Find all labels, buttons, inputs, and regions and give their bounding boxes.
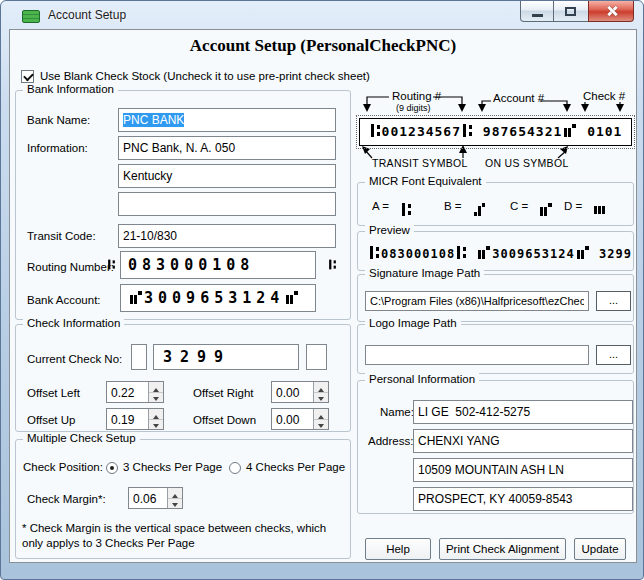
check-margin-value: 0.06 [133,492,156,506]
personal-information-group: Personal Information Name: Address: [357,380,634,514]
check-margin-note-line2: only applys to 3 Checks Per Page [22,537,195,549]
address-input-3[interactable] [413,487,633,511]
micr-line-diagram: Routing # (9 digits) Account # Check # 0… [355,88,637,178]
signature-browse-button[interactable]: ... [596,291,631,311]
offset-up-value: 0.19 [111,413,134,427]
maximize-button[interactable] [554,1,588,22]
name-input[interactable] [413,400,633,424]
multiple-check-setup-group: Multiple Check Setup Check Position: 3 C… [15,439,351,559]
bank-account-label: Bank Account: [27,294,101,306]
check-no-suffix-input[interactable] [306,344,327,370]
account-number-diagram-label: Account # [493,92,544,104]
logo-path-input[interactable] [365,345,589,365]
transit-symbol-caption: TRANSIT SYMBOL [372,157,468,169]
app-icon [22,10,40,23]
offset-left-spinner[interactable]: 0.22 [106,381,164,403]
offset-right-up-arrow[interactable] [314,382,328,393]
routing-number-label: Routing Number: [27,261,114,273]
bank-info-input-2[interactable] [118,164,336,188]
check-margin-label: Check Margin*: [27,493,106,505]
offset-up-label: Offset Up [27,414,75,426]
update-button[interactable]: Update [574,538,626,560]
help-button[interactable]: Help [365,538,431,560]
offset-up-up-arrow[interactable] [149,409,163,420]
check-margin-up-arrow[interactable] [168,488,182,499]
use-blank-check-stock-checkbox[interactable] [21,70,34,83]
check-position-label: Check Position: [23,461,103,473]
offset-right-updown[interactable] [313,382,328,402]
print-check-alignment-button[interactable]: Print Check Alignment [439,538,566,560]
micr-equiv-d-label: D = [564,200,582,212]
offset-right-value: 0.00 [276,386,299,400]
bank-info-input-3[interactable] [118,192,336,216]
offset-down-updown[interactable] [313,409,328,429]
offset-left-updown[interactable] [148,382,163,402]
offset-up-spinner[interactable]: 0.19 [106,408,164,430]
3-checks-per-page-label: 3 Checks Per Page [123,461,222,473]
current-check-no-input[interactable]: 3299 [153,344,299,370]
bank-name-input[interactable]: PNC BANK [118,108,336,132]
offset-up-down-arrow[interactable] [149,420,163,430]
radio-4-checks-per-page[interactable] [229,462,241,474]
check-no-prefix-input[interactable] [131,344,147,370]
routing-number-diagram-label: Routing # [392,90,441,102]
signature-path-input[interactable] [365,291,589,311]
offset-left-up-arrow[interactable] [149,382,163,393]
4-checks-per-page-label: 4 Checks Per Page [246,461,345,473]
current-check-no-label: Current Check No: [27,353,122,365]
check-margin-spinner[interactable]: 0.06 [128,487,183,509]
title-bar[interactable]: Account Setup [1,1,643,29]
bank-information-legend: Bank Information [23,83,118,95]
routing-number-input[interactable]: 083000108 [120,251,316,279]
account-setup-window: Account Setup Account Setup (PersonalChe… [0,0,644,580]
offset-right-label: Offset Right [193,387,254,399]
offset-down-spinner[interactable]: 0.00 [271,408,329,430]
transit-symbol-icon [400,200,413,219]
transit-symbol-icon-left [108,260,115,270]
routing-digits-note: (9 digits) [396,103,431,113]
onus-symbol-caption: ON US SYMBOL [485,157,569,169]
offset-left-label: Offset Left [27,387,80,399]
multiple-check-setup-legend: Multiple Check Setup [23,432,140,444]
check-information-group: Check Information Current Check No: 3299… [15,324,351,432]
check-information-legend: Check Information [23,317,124,329]
micr-sample-line: 001234567 987654321 0101 [359,118,632,146]
radio-3-checks-per-page[interactable] [106,462,118,474]
offset-down-up-arrow[interactable] [314,409,328,420]
check-margin-down-arrow[interactable] [168,499,182,509]
logo-browse-button[interactable]: ... [596,345,631,365]
bank-info-input-1[interactable] [118,136,336,160]
offset-right-spinner[interactable]: 0.00 [271,381,329,403]
preview-legend: Preview [365,224,414,236]
check-number-diagram-label: Check # [583,90,625,102]
offset-right-down-arrow[interactable] [314,393,328,403]
amount-symbol-icon [472,200,487,219]
maximize-icon [565,7,576,16]
close-button[interactable] [588,1,634,22]
bank-account-input[interactable]: 3009653124 [120,284,316,312]
micr-equiv-c-label: C = [510,200,528,212]
offset-up-updown[interactable] [148,409,163,429]
check-margin-updown[interactable] [167,488,182,508]
personal-information-legend: Personal Information [365,373,479,385]
micr-equiv-a-label: A = [372,200,389,212]
minimize-button[interactable] [520,1,554,22]
address-input-1[interactable] [413,429,633,453]
offset-left-value: 0.22 [111,386,134,400]
offset-down-down-arrow[interactable] [314,420,328,430]
transit-symbol-icon-right [329,260,336,270]
information-label: Information: [27,142,88,154]
close-icon [605,4,619,18]
transit-code-input[interactable] [118,224,336,248]
transit-code-label: Transit Code: [27,230,96,242]
bank-information-group: Bank Information Bank Name: PNC BANK Inf… [15,90,351,320]
dialog-body: Account Setup (PersonalCheckPNC) Use Bla… [9,29,637,563]
offset-down-value: 0.00 [276,413,299,427]
caption-buttons [520,1,634,22]
preview-group: Preview 083000108 3009653124 3299 [357,231,634,271]
logo-image-path-group: Logo Image Path ... [357,324,634,374]
address-input-2[interactable] [413,458,633,482]
use-blank-check-stock-label: Use Blank Check Stock (Uncheck it to use… [40,70,370,82]
offset-left-down-arrow[interactable] [149,393,163,403]
signature-image-path-legend: Signature Image Path [365,267,484,279]
